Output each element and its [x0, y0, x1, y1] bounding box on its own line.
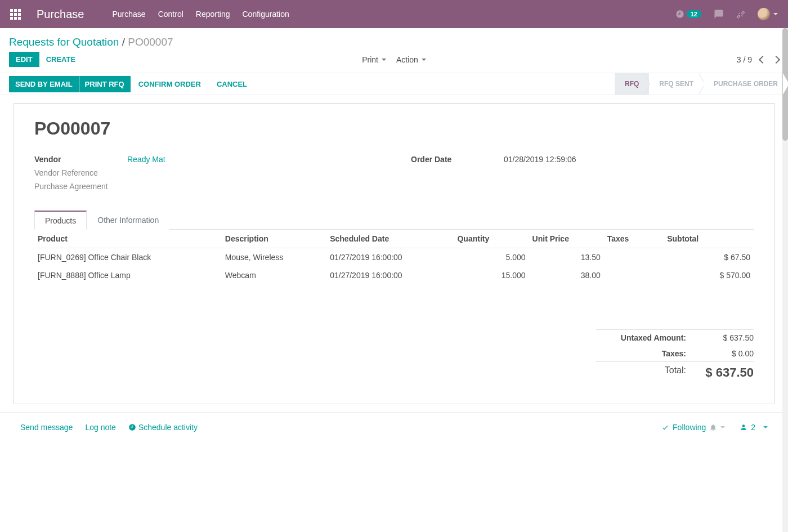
cell-subtotal: $ 570.00: [664, 266, 754, 284]
statusbar: SEND BY EMAIL PRINT RFQ CONFIRM ORDER CA…: [0, 73, 788, 95]
cell-product: [FURN_8888] Office Lamp: [34, 266, 222, 284]
avatar: [758, 8, 770, 20]
print-label: Print: [362, 55, 378, 64]
chevron-down-icon: [382, 59, 386, 61]
taxes-value: $ 0.00: [703, 349, 754, 358]
vendor-value[interactable]: Ready Mat: [127, 155, 165, 164]
debug-button[interactable]: [736, 9, 745, 19]
activities-button[interactable]: 12: [675, 10, 701, 19]
log-note-link[interactable]: Log note: [85, 423, 116, 432]
cell-unit-price: 13.50: [529, 248, 604, 267]
create-button[interactable]: CREATE: [39, 52, 82, 67]
send-message-link[interactable]: Send message: [20, 423, 73, 432]
record-title: PO00007: [34, 118, 754, 139]
topbar: Purchase Purchase Control Reporting Conf…: [0, 0, 788, 28]
nav-reporting[interactable]: Reporting: [196, 10, 230, 19]
untaxed-amount-value: $ 637.50: [703, 333, 754, 342]
apps-icon[interactable]: [10, 9, 21, 20]
user-menu[interactable]: [758, 8, 778, 20]
table-row[interactable]: [FURN_8888] Office LampWebcam01/27/2019 …: [34, 266, 754, 284]
confirm-order-button[interactable]: CONFIRM ORDER: [131, 77, 209, 92]
cell-subtotal: $ 67.50: [664, 248, 754, 267]
chevron-down-icon: [763, 426, 768, 428]
breadcrumb-sep: /: [119, 36, 128, 48]
clock-icon: [128, 423, 136, 431]
order-date-value: 01/28/2019 12:59:06: [504, 155, 576, 164]
taxes-label: Taxes:: [596, 349, 703, 358]
discuss-button[interactable]: [714, 9, 724, 19]
products-table: Product Description Scheduled Date Quant…: [34, 230, 754, 284]
cancel-button[interactable]: CANCEL: [209, 77, 255, 92]
stage-rfq[interactable]: RFQ: [615, 73, 649, 95]
clock-icon: [675, 10, 684, 19]
chat-icon: [714, 9, 724, 19]
table-row[interactable]: [FURN_0269] Office Chair BlackMouse, Wir…: [34, 248, 754, 267]
cell-taxes: [604, 248, 664, 267]
followers-button[interactable]: 2: [740, 423, 768, 432]
breadcrumb: Requests for Quotation / PO00007: [9, 36, 173, 48]
tab-products[interactable]: Products: [34, 211, 87, 230]
top-nav: Purchase Control Reporting Configuration: [113, 10, 289, 19]
col-taxes[interactable]: Taxes: [604, 230, 664, 248]
cell-taxes: [604, 266, 664, 284]
col-quantity[interactable]: Quantity: [454, 230, 529, 248]
edit-button[interactable]: EDIT: [9, 52, 39, 67]
col-product[interactable]: Product: [34, 230, 222, 248]
schedule-activity-link[interactable]: Schedule activity: [128, 423, 198, 432]
nav-configuration[interactable]: Configuration: [243, 10, 289, 19]
col-description[interactable]: Description: [222, 230, 326, 248]
cell-description: Mouse, Wireless: [222, 248, 326, 267]
form-sheet: PO00007 Vendor Ready Mat Vendor Referenc…: [14, 103, 774, 404]
print-rfq-button[interactable]: PRINT RFQ: [79, 76, 131, 92]
stage-rfq-sent[interactable]: RFQ SENT: [649, 73, 704, 95]
app-title[interactable]: Purchase: [37, 8, 84, 21]
order-date-label: Order Date: [411, 155, 504, 164]
wrench-icon: [736, 10, 745, 19]
cell-quantity: 5.000: [454, 248, 529, 267]
total-label: Total:: [596, 365, 703, 380]
topbar-right: 12: [675, 8, 778, 20]
send-by-email-button[interactable]: SEND BY EMAIL: [9, 76, 79, 92]
breadcrumb-root[interactable]: Requests for Quotation: [9, 36, 119, 48]
pager-position[interactable]: 3 / 9: [737, 55, 752, 64]
col-scheduled[interactable]: Scheduled Date: [326, 230, 454, 248]
check-icon: [661, 423, 669, 431]
action-dropdown[interactable]: Action: [396, 55, 426, 64]
chevron-down-icon: [422, 59, 426, 61]
action-label: Action: [396, 55, 418, 64]
user-icon: [740, 423, 747, 431]
cell-scheduled: 01/27/2019 16:00:00: [326, 248, 454, 267]
stage-purchase-order[interactable]: PURCHASE ORDER: [704, 73, 788, 95]
purchase-agreement-label: Purchase Agreement: [34, 182, 127, 191]
cell-quantity: 15.000: [454, 266, 529, 284]
pager-prev-button[interactable]: [759, 55, 767, 63]
vendor-reference-label: Vendor Reference: [34, 168, 127, 177]
cell-scheduled: 01/27/2019 16:00:00: [326, 266, 454, 284]
cell-unit-price: 38.00: [529, 266, 604, 284]
col-subtotal[interactable]: Subtotal: [664, 230, 754, 248]
pager-next-button[interactable]: [772, 55, 780, 63]
tabs: Products Other Information: [34, 210, 754, 230]
total-value: $ 637.50: [703, 365, 754, 380]
vendor-label: Vendor: [34, 155, 127, 164]
chevron-down-icon: [773, 13, 778, 15]
untaxed-amount-label: Untaxed Amount:: [596, 333, 703, 342]
cell-description: Webcam: [222, 266, 326, 284]
breadcrumb-current: PO00007: [128, 36, 173, 48]
bell-icon: [709, 423, 717, 431]
cell-product: [FURN_0269] Office Chair Black: [34, 248, 222, 267]
print-dropdown[interactable]: Print: [362, 55, 386, 64]
activity-count-badge: 12: [687, 10, 701, 18]
chatter: Send message Log note Schedule activity …: [0, 412, 788, 442]
nav-control[interactable]: Control: [158, 10, 183, 19]
tab-other-information[interactable]: Other Information: [87, 211, 169, 230]
chevron-down-icon: [720, 426, 725, 428]
following-button[interactable]: Following: [661, 423, 725, 432]
nav-purchase[interactable]: Purchase: [113, 10, 146, 19]
col-unit-price[interactable]: Unit Price: [529, 230, 604, 248]
